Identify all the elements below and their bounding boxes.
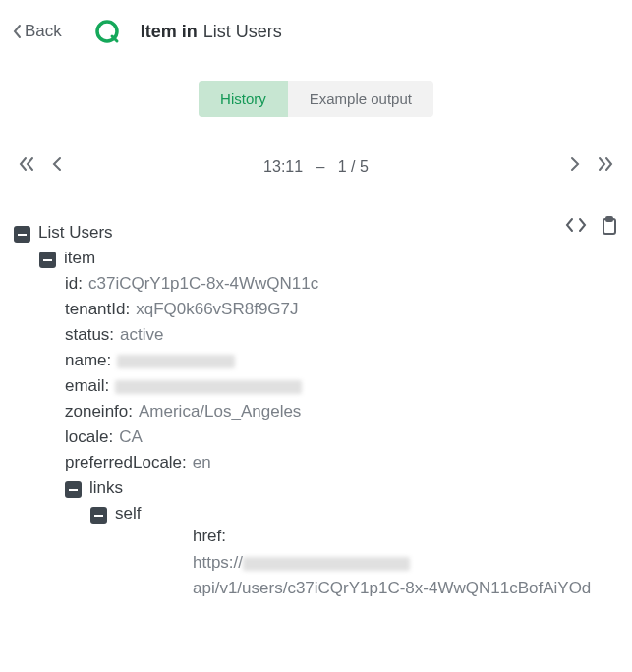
prev-page-button[interactable] [51, 156, 63, 177]
field-key-zone: zoneinfo: [65, 402, 133, 421]
field-val-tenant: xqFQ0k66vSR8f9G7J [136, 300, 298, 319]
field-val-href: https://api/v1/users/c37iCQrY1p1C-8x-4Ww… [193, 550, 618, 600]
tree-item-label: item [64, 249, 95, 268]
field-key-status: status: [65, 325, 114, 345]
first-page-button[interactable] [18, 156, 35, 177]
pager-position: 1 / 5 [338, 158, 369, 175]
collapse-toggle[interactable] [65, 481, 82, 498]
field-val-pref: en [193, 453, 211, 473]
field-val-status: active [120, 325, 163, 345]
collapse-toggle[interactable] [39, 252, 56, 268]
next-page-button[interactable] [569, 156, 581, 177]
title-bold: Item in [141, 22, 198, 42]
tab-history[interactable]: History [199, 81, 288, 117]
field-val-id: c37iCQrY1p1C-8x-4WwQN11c [88, 274, 318, 294]
last-page-button[interactable] [597, 156, 614, 177]
pager-sep: – [316, 158, 325, 175]
tab-group: History Example output [199, 81, 433, 117]
tree-links-label: links [89, 478, 123, 498]
tab-example-output[interactable]: Example output [288, 81, 433, 117]
back-button[interactable]: Back [12, 22, 62, 41]
pager-status: 13:11 – 1 / 5 [263, 158, 369, 176]
field-key-email: email: [65, 376, 109, 396]
tree-root-label: List Users [38, 223, 113, 243]
field-val-locale: CA [119, 427, 143, 447]
page-title: Item in List Users [141, 22, 282, 42]
chevron-left-icon [12, 24, 23, 39]
collapse-toggle[interactable] [90, 507, 107, 524]
back-label: Back [25, 22, 62, 41]
field-val-name [117, 351, 235, 370]
field-val-zone: America/Los_Angeles [139, 402, 301, 421]
field-key-id: id: [65, 274, 83, 294]
field-key-href: href: [193, 527, 618, 546]
title-light: List Users [203, 22, 282, 42]
pager-time: 13:11 [263, 158, 303, 175]
field-key-pref: preferredLocale: [65, 453, 187, 473]
logo-icon [93, 18, 121, 45]
field-key-tenant: tenantId: [65, 300, 130, 319]
tree-self-label: self [115, 504, 141, 524]
collapse-toggle[interactable] [14, 226, 30, 243]
field-key-locale: locale: [65, 427, 113, 447]
pager: 13:11 – 1 / 5 [0, 156, 632, 177]
field-key-name: name: [65, 351, 111, 370]
field-val-email [115, 376, 302, 396]
